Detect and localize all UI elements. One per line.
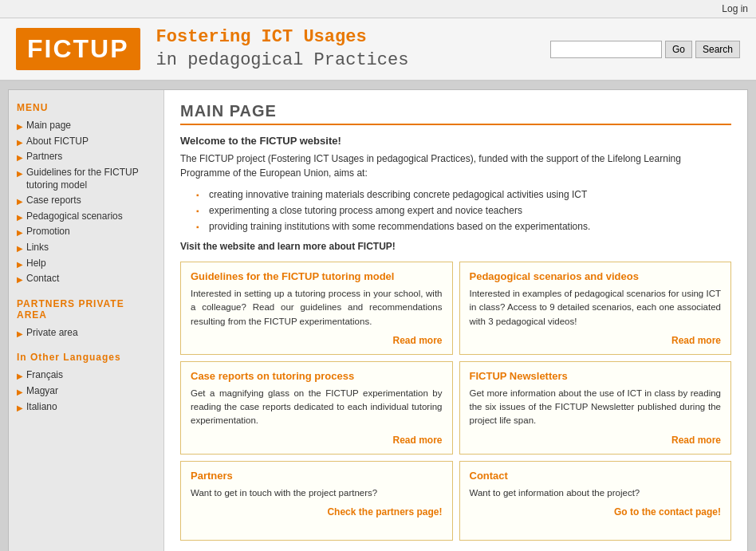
sidebar-item-label: Help <box>26 258 46 270</box>
arrow-icon: ▶ <box>17 274 23 285</box>
sidebar-menu-item[interactable]: ▶Partners <box>17 149 156 165</box>
visit-text: Visit the website and learn more about F… <box>180 241 731 252</box>
sidebar-item-label: Partners <box>26 151 62 163</box>
sidebar: MENU ▶Main page▶About FICTUP▶Partners▶Gu… <box>9 90 164 551</box>
sidebar-item-label: Contact <box>26 273 59 285</box>
sidebar-item-label: Magyar <box>26 385 58 398</box>
arrow-icon: ▶ <box>17 121 23 132</box>
content-card: FICTUP NewslettersGet more information a… <box>459 361 732 455</box>
sidebar-menu-item[interactable]: ▶Main page <box>17 118 156 134</box>
content-card: Case reports on tutoring processGet a ma… <box>180 361 453 455</box>
sidebar-language-item[interactable]: ▶Italiano <box>17 399 156 415</box>
card-title: Partners <box>191 470 443 482</box>
sidebar-item-label: Private area <box>26 327 78 340</box>
sidebar-partners-item[interactable]: ▶Private area <box>17 325 156 341</box>
arrow-icon: ▶ <box>17 403 23 413</box>
card-readmore-link[interactable]: Read more <box>470 435 722 446</box>
sidebar-language-item[interactable]: ▶Magyar <box>17 384 156 399</box>
content-card: Pedagogical scenarios and videosInterest… <box>459 262 732 355</box>
arrow-icon: ▶ <box>17 152 23 163</box>
card-readmore-link[interactable]: Check the partners page! <box>191 506 443 518</box>
card-body: Interested in examples of pedagogical sc… <box>470 287 722 329</box>
arrow-icon: ▶ <box>17 259 23 270</box>
welcome-heading: Welcome to the FICTUP website! <box>180 135 731 147</box>
cards-grid: Guidelines for the FICTUP tutoring model… <box>180 262 731 541</box>
arrow-icon: ▶ <box>17 196 23 207</box>
content-card: PartnersWant to get in touch with the pr… <box>180 461 453 541</box>
sidebar-languages: ▶Français▶Magyar▶Italiano <box>17 368 156 415</box>
partners-title: PARTNERS PRIVATE AREA <box>17 298 156 321</box>
bullet-item: experimenting a close tutoring process a… <box>196 203 731 218</box>
tagline-line1: Fostering ICT Usages <box>156 27 367 47</box>
tagline-line2: in pedagogical Practices <box>156 50 409 70</box>
arrow-icon: ▶ <box>17 137 23 148</box>
main-wrapper: MENU ▶Main page▶About FICTUP▶Partners▶Gu… <box>8 89 748 551</box>
card-body: Want to get in touch with the project pa… <box>191 486 443 500</box>
bullet-item: creating innovative training materials d… <box>196 187 731 203</box>
arrow-icon: ▶ <box>17 212 23 222</box>
bullet-item: providing training institutions with som… <box>196 218 731 234</box>
sidebar-menu-item[interactable]: ▶Links <box>17 240 156 256</box>
languages-title: In Other Languages <box>17 352 156 363</box>
sidebar-item-label: Case reports <box>26 195 81 207</box>
sidebar-item-label: Links <box>26 242 49 254</box>
login-link[interactable]: Log in <box>722 3 748 14</box>
sidebar-item-label: Pedagogical scenarios <box>26 211 123 223</box>
sidebar-menu: ▶Main page▶About FICTUP▶Partners▶Guideli… <box>17 118 156 287</box>
sidebar-menu-item[interactable]: ▶Promotion <box>17 224 156 240</box>
tagline: Fostering ICT Usages in pedagogical Prac… <box>156 26 409 72</box>
arrow-icon: ▶ <box>17 227 23 238</box>
sidebar-menu-item[interactable]: ▶Help <box>17 256 156 272</box>
sidebar-item-label: Promotion <box>26 226 70 238</box>
menu-title: MENU <box>17 102 156 113</box>
sidebar-item-label: About FICTUP <box>26 136 89 148</box>
content-card: Guidelines for the FICTUP tutoring model… <box>180 262 453 355</box>
card-readmore-link[interactable]: Read more <box>191 335 443 346</box>
bullet-list: creating innovative training materials d… <box>196 187 731 234</box>
search-input[interactable] <box>550 41 662 58</box>
search-area: Go Search <box>550 41 740 58</box>
sidebar-menu-item[interactable]: ▶Case reports <box>17 193 156 209</box>
card-body: Want to get information about the projec… <box>470 486 722 500</box>
arrow-icon: ▶ <box>17 243 23 254</box>
sidebar-item-label: Italiano <box>26 401 57 414</box>
sidebar-menu-item[interactable]: ▶Contact <box>17 271 156 287</box>
intro-text: The FICTUP project (Fostering ICT Usages… <box>180 152 731 180</box>
card-title: Guidelines for the FICTUP tutoring model <box>191 270 443 282</box>
card-body: Get more information about the use of IC… <box>470 387 722 428</box>
card-readmore-link[interactable]: Read more <box>191 435 443 446</box>
card-body: Get a magnifying glass on the FICTUP exp… <box>191 387 443 428</box>
content-area: MAIN PAGE Welcome to the FICTUP website!… <box>164 90 747 551</box>
card-title: Contact <box>470 470 722 482</box>
card-title: Pedagogical scenarios and videos <box>470 270 722 282</box>
sidebar-menu-item[interactable]: ▶About FICTUP <box>17 134 156 150</box>
arrow-icon: ▶ <box>17 371 23 381</box>
content-card: ContactWant to get information about the… <box>459 461 732 541</box>
sidebar-item-label: Guidelines for the FICTUP tutoring model <box>26 167 156 191</box>
arrow-icon: ▶ <box>17 387 23 397</box>
header: FICTUP Fostering ICT Usages in pedagogic… <box>0 18 756 81</box>
card-body: Interested in setting up a tutoring proc… <box>191 287 443 329</box>
arrow-icon: ▶ <box>17 329 23 339</box>
card-title: FICTUP Newsletters <box>470 370 722 382</box>
logo: FICTUP <box>16 28 140 70</box>
sidebar-partners: ▶Private area <box>17 325 156 341</box>
arrow-icon: ▶ <box>17 168 23 179</box>
go-button[interactable]: Go <box>665 41 692 58</box>
sidebar-menu-item[interactable]: ▶Guidelines for the FICTUP tutoring mode… <box>17 165 156 193</box>
search-button[interactable]: Search <box>695 41 740 58</box>
sidebar-item-label: Français <box>26 369 63 382</box>
page-title: MAIN PAGE <box>180 102 731 125</box>
sidebar-menu-item[interactable]: ▶Pedagogical scenarios <box>17 209 156 225</box>
sidebar-item-label: Main page <box>26 120 71 132</box>
topbar: Log in <box>0 0 756 18</box>
card-readmore-link[interactable]: Read more <box>470 335 722 346</box>
card-title: Case reports on tutoring process <box>191 370 443 382</box>
card-readmore-link[interactable]: Go to the contact page! <box>470 506 722 518</box>
sidebar-language-item[interactable]: ▶Français <box>17 368 156 384</box>
